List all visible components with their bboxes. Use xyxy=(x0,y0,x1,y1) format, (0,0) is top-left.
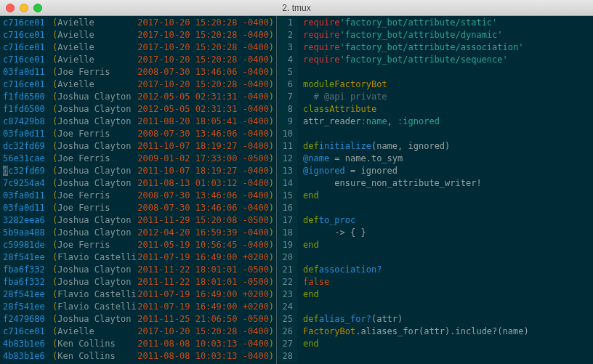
code-line: 7 # @api private xyxy=(277,91,593,103)
code-pane: 1require 'factory_bot/attribute/static'2… xyxy=(277,16,593,364)
blame-row: fba6f332(Joshua Clayton2011-11-22 18:01:… xyxy=(3,264,276,276)
line-number: 22 xyxy=(277,276,297,288)
code-line: 13 @ignored = ignored xyxy=(277,165,593,177)
code-line: 26 FactoryBot.aliases_for(attr).include?… xyxy=(277,325,593,338)
code-line: 12 @name = name.to_sym xyxy=(277,153,593,165)
code-line: 23 end xyxy=(277,288,593,301)
line-number: 16 xyxy=(277,202,297,214)
blame-row: c716ce01(Avielle2017-10-20 15:20:28 -040… xyxy=(3,54,276,66)
line-number: 19 xyxy=(277,239,297,251)
line-number: 21 xyxy=(277,264,297,276)
line-number: 23 xyxy=(277,288,297,301)
blame-row: c716ce01(Avielle2017-10-20 15:20:28 -040… xyxy=(3,29,276,41)
code-line: 28 xyxy=(277,350,593,363)
blame-row: 03fa0d11(Joe Ferris2008-07-30 13:46:06 -… xyxy=(3,202,276,214)
window-titlebar: 2. tmux xyxy=(0,0,593,16)
blame-row: 5b9aa488(Joshua Clayton2012-04-20 16:59:… xyxy=(3,227,276,239)
blame-row: 28f541ee(Flavio Castelli2011-07-19 16:49… xyxy=(3,251,276,264)
blame-row: c59981de(Joe Ferris2011-05-19 10:56:45 -… xyxy=(3,239,276,251)
code-line: 2require 'factory_bot/attribute/dynamic' xyxy=(277,29,593,41)
code-line: 11 def initialize(name, ignored) xyxy=(277,140,593,153)
line-number: 4 xyxy=(277,54,297,66)
blame-row: 28f541ee(Flavio Castelli2011-07-19 16:49… xyxy=(3,288,276,301)
line-number: 18 xyxy=(277,227,297,239)
line-number: 7 xyxy=(277,91,297,103)
code-line: 25 def alias_for?(attr) xyxy=(277,313,593,325)
code-line: 16 xyxy=(277,202,593,214)
blame-row: c716ce01(Avielle2017-10-20 15:20:28 -040… xyxy=(3,325,276,338)
terminal-area: c716ce01(Avielle2017-10-20 15:20:28 -040… xyxy=(0,16,593,364)
blame-row: fba6f332(Joshua Clayton2011-11-22 18:01:… xyxy=(3,276,276,288)
blame-row: 4b83b1e6(Ken Collins2011-08-08 10:03:13 … xyxy=(3,338,276,350)
code-line: 8 class Attribute xyxy=(277,103,593,116)
code-line: 27 end xyxy=(277,338,593,350)
code-line: 3require 'factory_bot/attribute/associat… xyxy=(277,41,593,54)
blame-row: 28f541ee(Flavio Castelli2011-07-19 16:49… xyxy=(3,301,276,313)
blame-row: c716ce01(Avielle2017-10-20 15:20:28 -040… xyxy=(3,78,276,91)
blame-row: c716ce01(Avielle2017-10-20 15:20:28 -040… xyxy=(3,41,276,54)
code-line: 6module FactoryBot xyxy=(277,78,593,91)
line-number: 26 xyxy=(277,325,297,338)
line-number: 10 xyxy=(277,128,297,140)
git-blame-pane: c716ce01(Avielle2017-10-20 15:20:28 -040… xyxy=(0,16,277,364)
blame-row: f1fd6500(Joshua Clayton2012-05-05 02:31:… xyxy=(3,91,276,103)
line-number: 20 xyxy=(277,251,297,264)
line-number: 5 xyxy=(277,66,297,78)
blame-row: 03fa0d11(Joe Ferris2008-07-30 13:46:06 -… xyxy=(3,128,276,140)
code-line: 5 xyxy=(277,66,593,78)
line-number: 2 xyxy=(277,29,297,41)
code-line: 1require 'factory_bot/attribute/static' xyxy=(277,17,593,29)
code-line: 15 end xyxy=(277,190,593,202)
line-number: 24 xyxy=(277,301,297,313)
blame-row: 56e31cae(Joe Ferris2009-01-02 17:33:00 -… xyxy=(3,153,276,165)
line-number: 27 xyxy=(277,338,297,350)
code-line: 10 xyxy=(277,128,593,140)
line-number: 9 xyxy=(277,116,297,128)
window-title: 2. tmux xyxy=(0,3,593,13)
line-number: 25 xyxy=(277,313,297,325)
blame-row: 4b83b1e6(Ken Collins2011-08-08 10:03:13 … xyxy=(3,350,276,363)
blame-row: 3282eea6(Joshua Clayton2011-11-29 15:20:… xyxy=(3,214,276,227)
code-line: 24 xyxy=(277,301,593,313)
line-number: 8 xyxy=(277,103,297,116)
blame-row: c87429b8(Joshua Clayton2011-08-20 18:05:… xyxy=(3,116,276,128)
blame-row: dc32fd69(Joshua Clayton2011-10-07 18:19:… xyxy=(3,165,276,177)
line-number: 14 xyxy=(277,177,297,190)
code-line: 19 end xyxy=(277,239,593,251)
line-number: 15 xyxy=(277,190,297,202)
code-line: 17 def to_proc xyxy=(277,214,593,227)
code-line: 9 attr_reader :name, :ignored xyxy=(277,116,593,128)
code-line: 22 false xyxy=(277,276,593,288)
line-number: 6 xyxy=(277,78,297,91)
line-number: 17 xyxy=(277,214,297,227)
line-number: 13 xyxy=(277,165,297,177)
line-number: 1 xyxy=(277,17,297,29)
code-line: 21 def association? xyxy=(277,264,593,276)
blame-row: 03fa0d11(Joe Ferris2008-07-30 13:46:06 -… xyxy=(3,190,276,202)
blame-row: f2479680(Joshua Clayton2011-11-25 21:06:… xyxy=(3,313,276,325)
line-number: 11 xyxy=(277,140,297,153)
blame-row: c716ce01(Avielle2017-10-20 15:20:28 -040… xyxy=(3,17,276,29)
code-line: 4require 'factory_bot/attribute/sequence… xyxy=(277,54,593,66)
blame-row: f1fd6500(Joshua Clayton2012-05-05 02:31:… xyxy=(3,103,276,116)
blame-row: 03fa0d11(Joe Ferris2008-07-30 13:46:06 -… xyxy=(3,66,276,78)
line-number: 28 xyxy=(277,350,297,363)
code-line: 20 xyxy=(277,251,593,264)
code-line: 18 -> { } xyxy=(277,227,593,239)
code-line: 14 ensure_non_attribute_writer! xyxy=(277,177,593,190)
blame-row: dc32fd69(Joshua Clayton2011-10-07 18:19:… xyxy=(3,140,276,153)
line-number: 12 xyxy=(277,153,297,165)
line-number: 3 xyxy=(277,41,297,54)
blame-row: 7c9254a4(Joshua Clayton2011-08-13 01:03:… xyxy=(3,177,276,190)
